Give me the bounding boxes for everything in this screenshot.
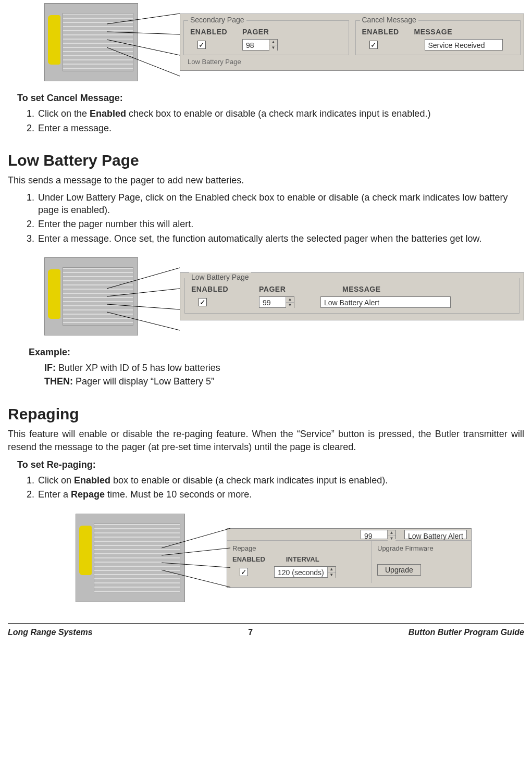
pager-number-value: 98 — [243, 40, 269, 50]
repaging-heading: Repaging — [8, 404, 524, 425]
footer-page-number: 7 — [248, 627, 253, 638]
text: Pager will display “Low Battery 5” — [73, 376, 214, 387]
svg-line-8 — [162, 528, 230, 548]
text: Click on the — [38, 108, 90, 119]
low-battery-intro: This sends a message to the pager to add… — [8, 174, 524, 186]
col-header-pager: PAGER — [259, 284, 342, 294]
spinner-icon[interactable]: ▲▼ — [327, 567, 336, 577]
bold-text: IF: — [44, 363, 56, 373]
text: Click on — [38, 475, 74, 486]
list-item: Enter a Repage time. Must be 10 seconds … — [37, 488, 524, 501]
group-legend: Cancel Message — [360, 15, 418, 25]
example-title: Example: — [29, 346, 524, 358]
zoom-callout-lines — [138, 257, 180, 335]
interval-value: 120 (seconds) — [275, 567, 327, 577]
zoomed-panel: 99 ▲▼ Low Battery Alert Repage ENABLED I… — [227, 528, 472, 588]
col-header-message: MESSAGE — [414, 27, 514, 37]
group-legend: Secondary Page — [188, 15, 246, 25]
bold-text: Enabled — [90, 108, 126, 119]
example-if-line: IF: Butler XP with ID of 5 has low batte… — [44, 362, 524, 374]
secondary-page-group: Secondary Page ENABLED PAGER ✓ 98 ▲▼ — [183, 20, 349, 55]
enabled-checkbox[interactable]: ✓ — [197, 41, 206, 49]
footer-left: Long Range Systems — [8, 627, 93, 638]
bold-text: THEN: — [44, 376, 73, 387]
footer-right: Button Butler Program Guide — [409, 627, 524, 638]
svg-line-11 — [162, 570, 230, 587]
text: Enter a — [38, 489, 71, 500]
col-header-enabled: ENABLED — [191, 284, 259, 294]
group-legend: Upgrade Firmware — [377, 544, 466, 553]
zoom-callout-lines — [138, 3, 180, 81]
list-item: Enter a message. — [37, 122, 524, 134]
list-item: Under Low Battery Page, click on the Ena… — [37, 191, 524, 217]
panel-footer-label: Low Battery Page — [180, 55, 524, 67]
svg-line-3 — [107, 47, 180, 76]
text: box to enable or disable (a check mark i… — [110, 475, 388, 486]
pager-number-input[interactable]: 99 ▲▼ — [361, 530, 396, 539]
cancel-message-steps: Click on the Enabled check box to enable… — [37, 107, 524, 134]
zoomed-panel: Low Battery Page ENABLED PAGER MESSAGE ✓… — [180, 272, 524, 320]
repaging-sub-heading: To set Re-paging: — [17, 458, 524, 471]
list-item: Enter the pager number this will alert. — [37, 218, 524, 230]
svg-line-2 — [107, 40, 180, 55]
svg-line-9 — [162, 548, 230, 555]
repaging-steps: Click on Enabled box to enable or disabl… — [37, 474, 524, 501]
pager-number-input[interactable]: 98 ▲▼ — [242, 39, 278, 51]
page-footer: Long Range Systems 7 Button Butler Progr… — [8, 623, 524, 644]
pager-number-value: 99 — [259, 297, 286, 307]
svg-line-7 — [107, 312, 180, 330]
bold-text: Enabled — [74, 475, 110, 486]
text: check box to enable or disable (a check … — [126, 108, 430, 119]
pager-number-value: 99 — [361, 530, 387, 539]
svg-line-6 — [107, 304, 180, 309]
interval-input[interactable]: 120 (seconds) ▲▼ — [274, 566, 336, 578]
cancel-message-heading: To set Cancel Message: — [17, 92, 524, 104]
text: time. Must be 10 seconds or more. — [105, 489, 252, 500]
message-input[interactable]: Low Battery Alert — [404, 530, 467, 539]
low-battery-steps: Under Low Battery Page, click on the Ena… — [37, 191, 524, 245]
col-header-pager: PAGER — [242, 27, 300, 37]
group-legend: Low Battery Page — [189, 272, 251, 282]
upgrade-group: Upgrade Firmware Upgrade — [372, 541, 471, 581]
spinner-icon[interactable]: ▲▼ — [269, 40, 277, 50]
repaging-intro: This feature will enable or disable the … — [8, 428, 524, 453]
list-item: Click on Enabled box to enable or disabl… — [37, 474, 524, 487]
col-header-message: MESSAGE — [342, 284, 513, 294]
figure-repage: 99 ▲▼ Low Battery Alert Repage ENABLED I… — [76, 514, 524, 602]
svg-line-1 — [107, 32, 180, 34]
enabled-checkbox[interactable]: ✓ — [199, 298, 207, 306]
col-header-enabled: ENABLED — [362, 27, 414, 37]
pager-number-input[interactable]: 99 ▲▼ — [259, 296, 294, 308]
col-header-interval: INTERVAL — [286, 555, 319, 564]
svg-line-5 — [107, 289, 180, 296]
zoom-callout-lines — [185, 514, 227, 602]
list-item: Enter a message. Once set, the function … — [37, 232, 524, 245]
col-header-enabled: ENABLED — [190, 27, 242, 37]
message-input[interactable]: Low Battery Alert — [320, 296, 451, 308]
cropped-top-row: 99 ▲▼ Low Battery Alert — [227, 529, 471, 541]
enabled-checkbox[interactable]: ✓ — [369, 41, 378, 49]
bold-text: Repage — [71, 489, 105, 500]
list-item: Click on the Enabled check box to enable… — [37, 107, 524, 120]
low-battery-heading: Low Battery Page — [8, 150, 524, 171]
svg-line-4 — [107, 268, 180, 289]
figure-low-battery: Low Battery Page ENABLED PAGER MESSAGE ✓… — [44, 257, 524, 335]
svg-line-0 — [107, 14, 180, 24]
zoomed-panel: Secondary Page ENABLED PAGER ✓ 98 ▲▼ Can… — [180, 14, 524, 71]
example-block: Example: IF: Butler XP with ID of 5 has … — [29, 346, 524, 388]
text: Butler XP with ID of 5 has low batteries — [56, 363, 220, 373]
example-then-line: THEN: Pager will display “Low Battery 5” — [44, 375, 524, 388]
upgrade-button[interactable]: Upgrade — [377, 564, 421, 576]
spinner-icon[interactable]: ▲▼ — [286, 297, 294, 307]
low-battery-group: Low Battery Page ENABLED PAGER MESSAGE ✓… — [184, 278, 519, 314]
figure-secondary-cancel: Secondary Page ENABLED PAGER ✓ 98 ▲▼ Can… — [44, 3, 524, 81]
message-input[interactable]: Service Received — [425, 39, 503, 51]
spinner-icon[interactable]: ▲▼ — [387, 530, 395, 539]
cancel-message-group: Cancel Message ENABLED MESSAGE ✓ Service… — [355, 20, 521, 55]
svg-line-10 — [162, 563, 230, 567]
